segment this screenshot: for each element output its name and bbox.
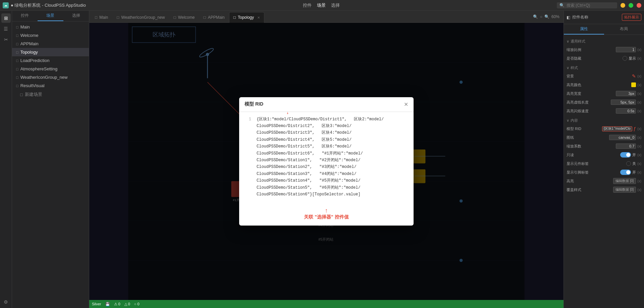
code-content[interactable]: {区块1:"model/CloudPSSDemo/District1", 区块2… [257, 116, 408, 198]
field-value: 开 (x) [593, 152, 641, 158]
canvas-input[interactable] [609, 135, 636, 140]
tab-appmain[interactable]: □ APPMain [199, 12, 229, 23]
tab-bar: □ Main □ WeatherIconGroup_new □ Welcome … [89, 11, 564, 23]
sidebar-tab-scene[interactable]: 场景 [38, 11, 63, 21]
zoom-circle-icon[interactable]: ○ [540, 14, 542, 19]
zoom-in-icon[interactable]: 🔍 [544, 14, 549, 19]
icon-home[interactable]: ⊞ [1, 13, 11, 23]
panel-content: ∨ 通用样式 缩放比例 (x) 是否隐藏 显示 [564, 35, 644, 308]
modal-close-button[interactable]: ✕ [404, 101, 408, 108]
icon-settings[interactable]: ⚙ [1, 299, 11, 308]
section-label: 内容 [571, 118, 578, 123]
formula-icon[interactable]: ƒ [634, 126, 636, 131]
sidebar-item-main[interactable]: □ Main [12, 23, 89, 31]
pin-label-toggle[interactable] [620, 170, 631, 175]
tab-icon: □ [203, 15, 206, 20]
field-value: (x) [593, 91, 641, 96]
panel-tab-properties[interactable]: 属性 [564, 24, 604, 35]
tab-close-icon[interactable]: ✕ [257, 16, 260, 19]
window-maximize[interactable] [629, 3, 633, 8]
icon-layers[interactable]: ☰ [1, 24, 11, 34]
window-minimize[interactable] [621, 3, 625, 8]
app-logo: ☁ [3, 2, 9, 8]
menu-controls[interactable]: 控件 [303, 2, 312, 8]
modal-dialog: 拓扑模型 RID ↓ 模型 RID ✕ "关联选择器控件" 可选项 ↓ [239, 97, 414, 226]
sidebar-item-weather[interactable]: □ WeatherIconGroup_new [12, 73, 89, 81]
sidebar-item-atmosphere[interactable]: □ AtmosphereSetting [12, 65, 89, 73]
field-suffix: (x) [637, 83, 641, 87]
highlight-edit-btn[interactable]: 编辑数据 [0] [613, 178, 636, 184]
radio-hidden[interactable] [623, 56, 627, 61]
component-label-radio[interactable] [626, 161, 631, 166]
tab-icon: □ [117, 15, 119, 20]
tab-icon: □ [233, 15, 236, 20]
new-scene-button[interactable]: □ 新建场景 [12, 90, 89, 99]
field-suffix: (x) [637, 57, 641, 60]
field-suffix: (x) [637, 162, 641, 166]
readonly-toggle[interactable] [620, 152, 631, 158]
highlight-speed-input[interactable] [616, 108, 636, 114]
file-icon: □ [16, 75, 18, 79]
tab-label: WeatherIconGroup_new [121, 15, 165, 20]
section-label: 通用样式 [571, 39, 585, 44]
modal-title: 模型 RID [245, 101, 263, 107]
icon-tools[interactable]: ✂ [1, 35, 11, 44]
field-value: 编辑数据 [0] (x) [593, 187, 641, 193]
sidebar-tab-controls[interactable]: 控件 [12, 11, 38, 21]
tab-weathericongroup[interactable]: □ WeatherIconGroup_new [112, 12, 169, 23]
scale-input[interactable] [616, 47, 636, 52]
tab-welcome[interactable]: □ Welcome [169, 12, 199, 23]
section-header-general[interactable]: ∨ 通用样式 [564, 38, 644, 45]
zoom-out-icon[interactable]: 🔍 [533, 14, 538, 19]
field-value: 显示 (x) [593, 56, 641, 61]
titlebar-actions: 🔍 [557, 2, 641, 8]
warning-icon: ⚠ [114, 302, 117, 306]
field-label: 高亮 [567, 179, 593, 184]
scale-factor-input[interactable] [616, 143, 636, 149]
status-save[interactable]: 💾 [105, 302, 110, 306]
field-label: 显示引脚标签 [567, 170, 593, 175]
window-close[interactable] [637, 3, 641, 8]
row-highlight-speed: 高亮闪烁速度 (x) [564, 107, 644, 115]
sidebar-item-topology[interactable]: □ Topology [12, 48, 89, 56]
model-rid-input[interactable] [602, 126, 632, 131]
right-panel-header: ◧ 控件名称 拓扑展示 [564, 11, 644, 24]
sidebar-item-appmain[interactable]: □ APPMain [12, 40, 89, 48]
field-suffix: (x) [637, 144, 641, 148]
field-suffix: (x) [637, 48, 641, 52]
error-icon: △ [124, 302, 127, 306]
highlight-width-input[interactable] [616, 91, 636, 96]
modal-overlay[interactable]: 拓扑模型 RID ↓ 模型 RID ✕ "关联选择器控件" 可选项 ↓ [89, 23, 564, 300]
sidebar-item-welcome[interactable]: □ Welcome [12, 31, 89, 40]
modal-body: "关联选择器控件" 可选项 ↓ 1 {区块1:"model/CloudPSSDe… [239, 112, 414, 226]
annotation-area: ↑ 关联 "选择器" 控件值 [239, 202, 414, 226]
file-icon: □ [16, 34, 18, 38]
field-label: 只读 [567, 152, 593, 158]
section-header-style[interactable]: ∨ 样式 [564, 64, 644, 72]
highlight-dash-input[interactable] [611, 100, 636, 105]
sidebar-item-loadprediction[interactable]: □ LoadPrediction [12, 56, 89, 65]
new-scene-label: 新建场景 [25, 91, 42, 98]
panel-tab-layout[interactable]: 布局 [604, 24, 644, 35]
field-value: (x) [593, 47, 641, 52]
edit-icon[interactable]: ✎ [632, 73, 636, 79]
sidebar-item-label: APPMain [20, 41, 39, 46]
color-swatch[interactable] [631, 82, 636, 87]
row-highlight-color: 高亮颜色 (x) [564, 80, 644, 89]
override-style-edit-btn[interactable]: 编辑数据 [0] [613, 187, 636, 193]
panel-tabs: 属性 布局 [564, 24, 644, 35]
section-header-content[interactable]: ∨ 内容 [564, 117, 644, 124]
code-block: 1 {区块1:"model/CloudPSSDemo/District1", 区… [239, 112, 414, 202]
menu-select[interactable]: 选择 [331, 2, 340, 8]
search-input[interactable] [567, 3, 613, 8]
tab-icon: □ [95, 15, 97, 20]
search-bar[interactable]: 🔍 [557, 2, 617, 8]
sidebar-tab-select[interactable]: 选择 [63, 11, 89, 21]
menu-scene[interactable]: 场景 [317, 2, 326, 8]
file-icon: □ [16, 84, 18, 88]
tab-topology[interactable]: □ Topology ✕ [229, 12, 264, 23]
sidebar-item-resultvisual[interactable]: □ ResultVisual [12, 81, 89, 90]
canvas-area[interactable]: 区域拓扑 [89, 23, 564, 300]
zoom-level: 60% [551, 14, 559, 19]
tab-main[interactable]: □ Main [91, 12, 112, 23]
